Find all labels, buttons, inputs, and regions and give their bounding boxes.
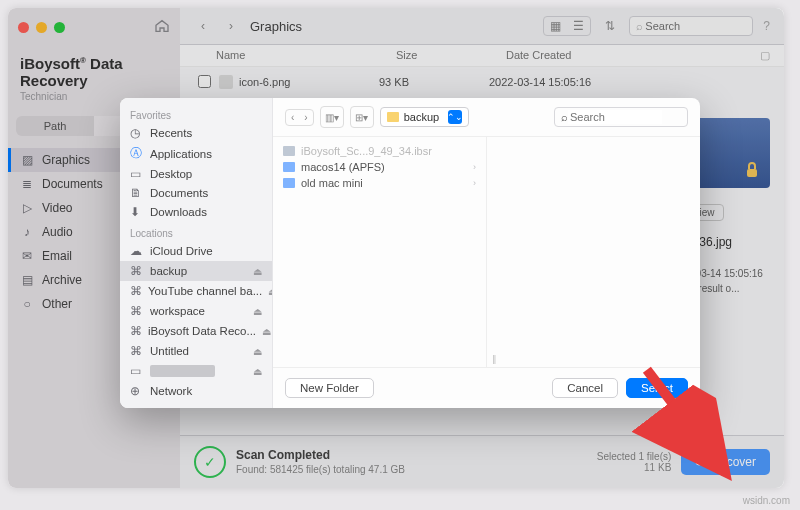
column-resize-handle[interactable]: ∥: [490, 352, 498, 366]
apps-icon: Ⓐ: [130, 146, 144, 161]
fav-recents[interactable]: ◷Recents: [120, 123, 272, 143]
clock-icon: ◷: [130, 126, 144, 140]
drive-icon: ⌘: [130, 344, 144, 358]
network-icon: ⊕: [130, 384, 144, 398]
downloads-icon: ⬇: [130, 205, 144, 219]
group-icon[interactable]: ⊞▾: [350, 106, 374, 128]
loc-backup[interactable]: ⌘backup⏏: [120, 261, 272, 281]
folder-icon: [283, 178, 295, 188]
chevron-right-icon: ›: [473, 178, 476, 188]
finder-columns: iBoysoft_Sc...9_49_34.ibsr macos14 (APFS…: [273, 137, 700, 368]
loc-youtube[interactable]: ⌘YouTube channel ba...⏏: [120, 281, 272, 301]
save-dialog: Favorites ◷Recents ⒶApplications ▭Deskto…: [120, 98, 700, 408]
finder-sidebar[interactable]: Favorites ◷Recents ⒶApplications ▭Deskto…: [120, 98, 273, 408]
loc-workspace[interactable]: ⌘workspace⏏: [120, 301, 272, 321]
folder-icon: [283, 162, 295, 172]
finder-main: ‹› ▥▾ ⊞▾ backup ⌃⌄ ⌕ iBoysoft_Sc...9_49_…: [273, 98, 700, 408]
view-columns-icon[interactable]: ▥▾: [320, 106, 344, 128]
cancel-button[interactable]: Cancel: [552, 378, 618, 398]
eject-icon[interactable]: ⏏: [262, 326, 271, 337]
eject-icon[interactable]: ⏏: [253, 366, 262, 377]
fav-downloads[interactable]: ⬇Downloads: [120, 202, 272, 222]
fav-applications[interactable]: ⒶApplications: [120, 143, 272, 164]
column-list[interactable]: iBoysoft_Sc...9_49_34.ibsr macos14 (APFS…: [273, 137, 486, 367]
forward-icon[interactable]: ›: [299, 110, 312, 125]
eject-icon[interactable]: ⏏: [268, 286, 272, 297]
history-buttons[interactable]: ‹›: [285, 109, 314, 126]
finder-search[interactable]: ⌕: [554, 107, 688, 127]
select-button[interactable]: Select: [626, 378, 688, 398]
finder-search-input[interactable]: [568, 110, 662, 124]
eject-icon[interactable]: ⏏: [253, 266, 262, 277]
documents-icon: 🗎: [130, 187, 144, 199]
loc-network[interactable]: ⊕Network: [120, 381, 272, 401]
chevron-right-icon: ›: [473, 162, 476, 172]
location-label: backup: [404, 111, 439, 123]
fav-desktop[interactable]: ▭Desktop: [120, 164, 272, 184]
back-icon[interactable]: ‹: [286, 110, 299, 125]
watermark: wsidn.com: [743, 495, 790, 506]
app-window: iBoysoft® Data Recovery Technician Path …: [8, 8, 784, 488]
section-favorites: Favorites: [120, 104, 272, 123]
loc-icloud[interactable]: ☁iCloud Drive: [120, 241, 272, 261]
drive-icon: ▭: [130, 364, 144, 378]
drive-icon: ⌘: [130, 304, 144, 318]
list-item[interactable]: old mac mini›: [273, 175, 486, 191]
doc-icon: [283, 146, 295, 156]
eject-icon[interactable]: ⏏: [253, 346, 262, 357]
finder-button-bar: New Folder Cancel Select: [273, 368, 700, 408]
loc-untitled[interactable]: ⌘Untitled⏏: [120, 341, 272, 361]
drive-icon: ⌘: [130, 284, 142, 298]
chevron-updown-icon: ⌃⌄: [448, 110, 462, 124]
cloud-icon: ☁: [130, 244, 144, 258]
drive-icon: ⌘: [130, 324, 142, 338]
location-dropdown[interactable]: backup ⌃⌄: [380, 107, 469, 127]
list-item[interactable]: iBoysoft_Sc...9_49_34.ibsr: [273, 143, 486, 159]
loc-iboysoft[interactable]: ⌘iBoysoft Data Reco...⏏: [120, 321, 272, 341]
section-locations: Locations: [120, 222, 272, 241]
loc-redacted[interactable]: ▭████████⏏: [120, 361, 272, 381]
finder-toolbar: ‹› ▥▾ ⊞▾ backup ⌃⌄ ⌕: [273, 98, 700, 137]
desktop-icon: ▭: [130, 167, 144, 181]
fav-documents[interactable]: 🗎Documents: [120, 184, 272, 202]
search-icon: ⌕: [561, 111, 568, 123]
eject-icon[interactable]: ⏏: [253, 306, 262, 317]
drive-icon: ⌘: [130, 264, 144, 278]
new-folder-button[interactable]: New Folder: [285, 378, 374, 398]
folder-icon: [387, 112, 399, 122]
list-item[interactable]: macos14 (APFS)›: [273, 159, 486, 175]
